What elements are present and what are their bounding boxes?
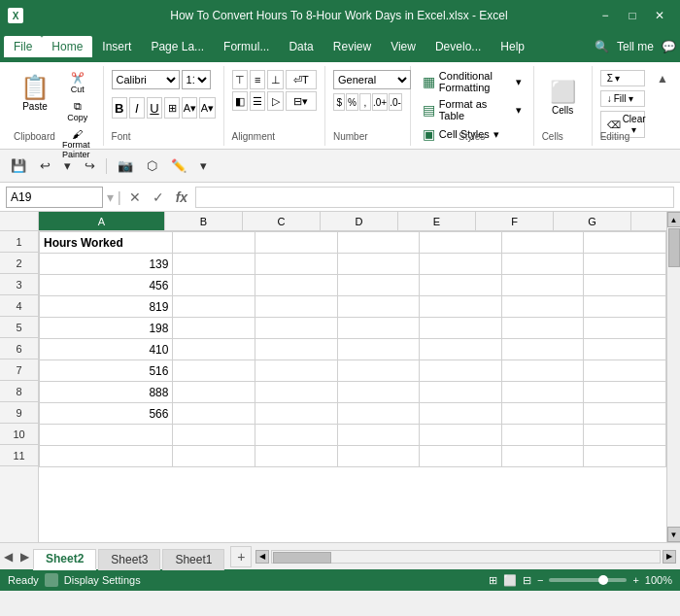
cell-A1[interactable]: Hours Worked [40,232,173,254]
scroll-tabs-left-button[interactable]: ◀ [0,548,17,565]
cell-G7[interactable] [584,360,666,382]
cell-F3[interactable] [501,275,584,296]
col-header-e[interactable]: E [398,212,476,230]
pen-button[interactable]: ✏️ [166,155,191,176]
confirm-formula-button[interactable]: ✓ [149,188,168,207]
customize-qa-button[interactable]: ▾ [195,155,212,176]
cancel-formula-button[interactable]: ✕ [125,188,145,207]
col-header-b[interactable]: B [165,212,243,230]
cell-G9[interactable] [584,403,666,425]
col-header-a[interactable]: A [39,212,165,230]
row-header-9[interactable]: 9 [0,402,38,424]
cell-C9[interactable] [255,403,338,425]
bold-button[interactable]: B [112,97,127,119]
cell-F1[interactable] [501,232,584,254]
scroll-up-button[interactable]: ▲ [667,212,681,227]
menu-item-developer[interactable]: Develo... [425,36,491,57]
italic-button[interactable]: I [129,97,145,119]
cell-G4[interactable] [584,296,666,318]
align-middle-button[interactable]: ≡ [250,70,265,89]
sheet-tab-sheet1[interactable]: Sheet1 [162,549,224,570]
row-header-8[interactable]: 8 [0,381,38,402]
menu-item-help[interactable]: Help [491,36,534,57]
menu-item-home[interactable]: Home [42,36,92,57]
cell-F8[interactable] [501,382,584,403]
row-header-11[interactable]: 11 [0,445,38,466]
zoom-slider[interactable] [549,578,627,582]
screenshot-button[interactable]: 📷 [113,155,138,176]
name-box-dropdown[interactable]: ▾ [107,189,114,205]
cell-D7[interactable] [337,360,420,382]
align-right-button[interactable]: ▷ [267,91,283,111]
cell-A10[interactable] [40,425,173,446]
cell-E10[interactable] [420,425,502,446]
cell-A7[interactable]: 516 [40,360,173,382]
cell-G3[interactable] [584,275,666,296]
currency-button[interactable]: $ [333,93,345,111]
tell-me-label[interactable]: Tell me [617,40,654,53]
col-header-g[interactable]: G [554,212,631,230]
cell-D11[interactable] [337,446,420,467]
col-header-f[interactable]: F [476,212,554,230]
display-settings-label[interactable]: Display Settings [64,574,141,586]
cell-C7[interactable] [255,360,338,382]
cell-D10[interactable] [337,425,420,446]
cell-E2[interactable] [420,254,502,275]
cell-D6[interactable] [337,339,420,360]
font-color-button[interactable]: A▾ [199,97,215,119]
cell-G5[interactable] [584,318,666,339]
shapes-button[interactable]: ⬡ [142,155,162,176]
cell-B1[interactable] [173,232,255,254]
col-header-c[interactable]: C [243,212,321,230]
format-painter-button[interactable]: 🖌 Format Painter [58,126,97,161]
cell-C2[interactable] [255,254,338,275]
cell-F7[interactable] [501,360,584,382]
cell-A8[interactable]: 888 [40,382,173,403]
cell-E7[interactable] [420,360,502,382]
minimize-button[interactable]: − [593,3,618,28]
comma-button[interactable]: , [359,93,371,111]
cell-D4[interactable] [337,296,420,318]
maximize-button[interactable]: □ [620,3,645,28]
cell-G2[interactable] [584,254,666,275]
cell-G10[interactable] [584,425,666,446]
menu-item-file[interactable]: File [4,36,42,57]
cell-F2[interactable] [501,254,584,275]
cell-E4[interactable] [420,296,502,318]
conditional-formatting-button[interactable]: ▦ Conditional Formatting ▾ [419,68,526,95]
h-scroll-thumb[interactable] [273,552,331,564]
vertical-scrollbar[interactable]: ▲ ▼ [666,212,680,542]
row-header-4[interactable]: 4 [0,295,38,317]
cell-F4[interactable] [501,296,584,318]
name-box[interactable] [6,187,103,208]
cell-D1[interactable] [337,232,420,254]
sheet-tab-sheet3[interactable]: Sheet3 [98,549,160,570]
cell-F5[interactable] [501,318,584,339]
fill-color-button[interactable]: A▾ [182,97,197,119]
align-top-button[interactable]: ⊤ [232,70,248,89]
cell-D5[interactable] [337,318,420,339]
menu-item-view[interactable]: View [381,36,425,57]
formula-input[interactable] [195,187,674,208]
row-header-10[interactable]: 10 [0,424,38,445]
cell-A3[interactable]: 456 [40,275,173,296]
cell-A4[interactable]: 819 [40,296,173,318]
cell-B4[interactable] [173,296,255,318]
copy-button[interactable]: ⧉ Copy [58,98,97,124]
layout-normal-icon[interactable]: ⊞ [489,574,497,587]
decrease-decimal-button[interactable]: .0- [389,93,402,111]
wrap-text-button[interactable]: ⏎T [286,70,317,89]
row-header-1[interactable]: 1 [0,231,38,253]
menu-item-formulas[interactable]: Formul... [214,36,279,57]
menu-item-pagelayout[interactable]: Page La... [141,36,214,57]
cell-F11[interactable] [501,446,584,467]
cell-E6[interactable] [420,339,502,360]
row-header-3[interactable]: 3 [0,274,38,295]
layout-page-break-icon[interactable]: ⊟ [523,574,531,587]
cell-C3[interactable] [255,275,338,296]
fill-button[interactable]: ↓ Fill ▾ [600,90,645,107]
cell-F9[interactable] [501,403,584,425]
cell-E3[interactable] [420,275,502,296]
cell-D8[interactable] [337,382,420,403]
cell-B5[interactable] [173,318,255,339]
